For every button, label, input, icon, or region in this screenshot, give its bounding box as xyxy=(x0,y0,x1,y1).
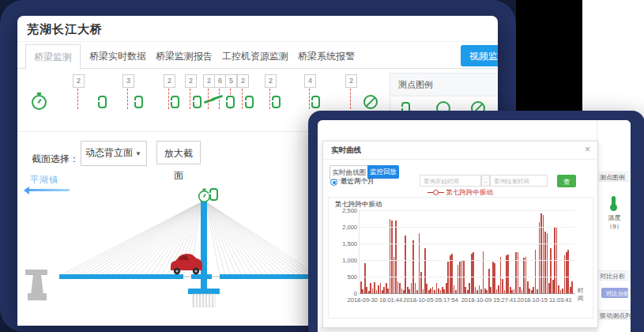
section-select-label: 截面选择： xyxy=(32,147,79,171)
chart-bar xyxy=(436,283,438,293)
sensor-dashed-line xyxy=(127,89,128,109)
sensor-count-badge: 6 xyxy=(214,74,226,88)
zoom-section-button[interactable]: 放大截面 xyxy=(156,141,201,164)
chart-bar xyxy=(374,282,375,293)
chart-bar xyxy=(465,287,466,293)
chart-bar xyxy=(370,283,371,293)
screenshot-stage: 芜湖长江大桥 桥梁监测 桥梁实时数据 桥梁监测报告 工控机资源监测 桥梁系统报警… xyxy=(0,0,644,332)
chart-bar xyxy=(510,287,511,293)
chart-bar xyxy=(502,279,503,293)
tab-bridge-monitor[interactable]: 桥梁监测 xyxy=(25,44,81,70)
chart-bar xyxy=(394,257,395,293)
compare-button[interactable]: 对比分析 xyxy=(601,288,628,298)
chain-link-icon xyxy=(171,96,179,108)
chart-bar xyxy=(420,272,422,293)
sensor-dashed-line xyxy=(168,89,169,109)
sensor-dashed-line xyxy=(77,89,78,109)
chart-bar xyxy=(469,283,470,293)
secondary-window-frame: 测点图例 温度 （9） 对比分析 对比分析 振动测点列表 实时曲线 × 实时曲线… xyxy=(308,111,644,332)
chart-bar xyxy=(515,252,517,293)
chart-bar xyxy=(399,283,401,293)
chart-bar xyxy=(498,285,499,294)
chart-bar xyxy=(360,281,362,293)
sensor-count-badge: 2 xyxy=(164,74,175,88)
sensor-count-badge: 4 xyxy=(304,74,316,88)
chart-bar xyxy=(548,283,550,293)
temperature-count: （9） xyxy=(597,222,631,231)
end-time-input[interactable]: 查询结束时间 xyxy=(490,175,548,187)
chart-bar xyxy=(544,232,546,293)
radio-last-two-months[interactable] xyxy=(330,179,337,186)
chevron-down-icon: ▼ xyxy=(135,150,141,157)
x-tick-label: 2018-10-05 05:17:54 xyxy=(403,296,458,304)
legend-text: 第七跨跨中振动 xyxy=(446,188,493,196)
bridge-tower xyxy=(201,196,207,289)
pier-cap xyxy=(188,289,220,294)
chart-bar xyxy=(458,265,459,293)
chain-link-icon xyxy=(134,96,143,108)
chain-link-icon xyxy=(226,96,235,108)
chart-bar xyxy=(494,263,495,293)
radio-label: 最近两个月 xyxy=(341,177,375,187)
sensor-dashed-line xyxy=(219,89,220,109)
gridline xyxy=(360,260,574,261)
chart-bar xyxy=(407,287,409,293)
sensor-count-badge: 2 xyxy=(73,74,85,88)
chain-link-icon xyxy=(193,96,201,108)
sensor-count-badge: 2 xyxy=(237,74,249,88)
chart-bar xyxy=(412,240,414,293)
query-button[interactable]: 查询 xyxy=(557,175,576,187)
chart-bar xyxy=(442,287,443,293)
chart-bar xyxy=(364,263,366,293)
dialog-title: 实时曲线 xyxy=(331,145,361,156)
x-tick-label: 2018-10-09 15:27:41 xyxy=(461,296,517,304)
dialog-header xyxy=(323,141,597,160)
chart-bar xyxy=(571,281,573,293)
y-tick-label: 2,000 xyxy=(332,224,357,231)
chart-bar xyxy=(527,281,529,293)
gridline xyxy=(360,227,574,228)
y-tick-label: 1,000 xyxy=(332,257,357,264)
sensor-count-badge: 2 xyxy=(185,74,197,88)
chart-bar xyxy=(550,248,552,293)
close-icon[interactable]: × xyxy=(585,144,590,155)
chart-bar xyxy=(475,287,476,293)
chart-bar xyxy=(518,252,519,294)
start-time-input[interactable]: 查询开始时间 xyxy=(420,175,481,187)
chart-bar xyxy=(424,248,426,293)
chart-bar xyxy=(523,258,525,293)
chart-bar xyxy=(533,287,534,293)
y-tick-label: 1,500 xyxy=(332,240,357,247)
chain-link-icon xyxy=(272,96,281,108)
gridline xyxy=(360,210,574,211)
section-select-value: 动态背立面 xyxy=(81,141,137,164)
chart-bar xyxy=(566,252,567,294)
sensor-count-badge: 2 xyxy=(345,74,357,88)
chain-link-icon xyxy=(311,96,320,108)
chart-bar xyxy=(540,213,542,293)
background-black-area xyxy=(516,0,582,111)
chart-bar xyxy=(488,269,490,293)
chart-bar xyxy=(567,250,569,293)
point-list-header: 振动测点列表 xyxy=(597,310,631,320)
pier-foundation xyxy=(193,294,215,307)
section-select-dropdown[interactable]: 动态背立面 ▼ xyxy=(81,141,147,166)
chart-container: 第七跨跨中振动 时间 2,5002,0001,5001,00050002018-… xyxy=(328,197,593,319)
sensor-count-badge: 2 xyxy=(265,74,277,88)
chart-bar xyxy=(454,285,455,294)
chart-bar xyxy=(426,284,427,293)
right-panel: 测点图例 温度 （9） 对比分析 对比分析 振动测点列表 xyxy=(597,120,631,332)
chart-bar xyxy=(519,287,521,293)
secondary-window-page: 测点图例 温度 （9） 对比分析 对比分析 振动测点列表 实时曲线 × 实时曲线… xyxy=(318,120,631,332)
chain-link-icon xyxy=(98,96,107,108)
gridline xyxy=(360,243,574,244)
chart-bar xyxy=(490,287,491,293)
sensor-dashed-line xyxy=(350,89,351,109)
chart-bar xyxy=(473,252,474,293)
chart-bar xyxy=(378,285,379,294)
compare-header: 对比分析 xyxy=(597,270,631,281)
gridline xyxy=(360,277,574,277)
sensor-count-badge: 2 xyxy=(203,74,215,88)
sensor-dashed-line xyxy=(242,89,243,109)
chart-bar xyxy=(395,221,397,293)
